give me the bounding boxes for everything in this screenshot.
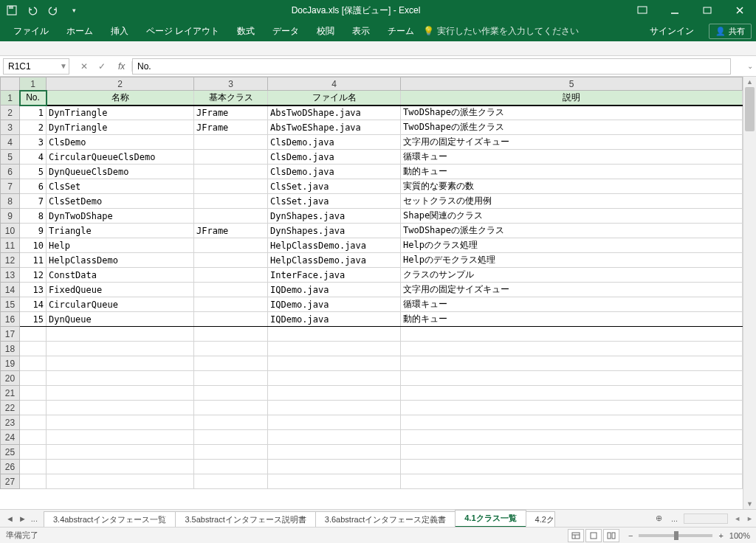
row-header[interactable]: 25 [1, 445, 20, 460]
cell[interactable]: 13 [20, 283, 47, 297]
cell[interactable] [268, 415, 401, 430]
cell[interactable] [194, 253, 268, 268]
formula-input[interactable]: No. [132, 58, 731, 75]
tab-page-layout[interactable]: ページ レイアウト [137, 21, 228, 41]
cell[interactable]: DynTriangle [47, 120, 194, 135]
sheet-tab[interactable]: 4.1クラス一覧 [455, 510, 526, 528]
cell[interactable] [194, 474, 268, 489]
cell[interactable]: Shape関連のクラス [401, 209, 743, 224]
tab-data[interactable]: データ [264, 21, 308, 41]
zoom-level[interactable]: 100% [729, 531, 750, 540]
horizontal-scrollbar[interactable] [684, 513, 728, 524]
col-header[interactable]: 2 [47, 77, 194, 91]
row-header[interactable]: 24 [1, 430, 20, 445]
tab-first-icon[interactable]: ◄ [6, 514, 14, 523]
cell[interactable] [401, 430, 743, 445]
scroll-thumb[interactable] [745, 87, 755, 131]
expand-formula-icon[interactable]: ⌄ [744, 62, 756, 70]
cell[interactable]: 7 [20, 194, 47, 209]
cell[interactable] [401, 386, 743, 401]
scroll-right-icon[interactable]: ► [743, 515, 756, 522]
cell[interactable]: 4 [20, 150, 47, 165]
cell[interactable] [194, 150, 268, 165]
cell[interactable]: Help [47, 238, 194, 253]
row-header[interactable]: 23 [1, 415, 20, 430]
cell[interactable]: 文字用の固定サイズキュー [401, 283, 743, 297]
cell[interactable]: 12 [20, 268, 47, 283]
row-header[interactable]: 14 [1, 283, 20, 297]
cell[interactable]: 14 [20, 297, 47, 312]
cell[interactable] [268, 342, 401, 356]
cell[interactable] [20, 401, 47, 415]
cell[interactable] [194, 445, 268, 460]
cell[interactable] [20, 327, 47, 342]
cell[interactable] [401, 474, 743, 489]
cell[interactable] [194, 430, 268, 445]
vertical-scrollbar[interactable]: ▲ ▼ [743, 77, 756, 509]
new-sheet-icon[interactable]: ⊕ [650, 513, 668, 523]
cell[interactable] [194, 179, 268, 194]
row-header[interactable]: 13 [1, 268, 20, 283]
cell[interactable]: ClsSet [47, 179, 194, 194]
row-header[interactable]: 2 [1, 106, 20, 120]
cell[interactable]: HelpClassDemo.java [268, 238, 401, 253]
row-header[interactable]: 7 [1, 179, 20, 194]
cell[interactable] [194, 135, 268, 150]
cell[interactable]: ClsDemo.java [268, 135, 401, 150]
row-header[interactable]: 15 [1, 297, 20, 312]
cell[interactable]: Triangle [47, 224, 194, 238]
cell[interactable]: IQDemo.java [268, 283, 401, 297]
close-icon[interactable] [724, 0, 756, 21]
zoom-in-icon[interactable]: + [718, 531, 723, 540]
cell[interactable]: IQDemo.java [268, 297, 401, 312]
col-header[interactable]: 4 [268, 77, 401, 91]
row-header[interactable]: 26 [1, 460, 20, 474]
cell[interactable]: Helpのクラス処理 [401, 238, 743, 253]
tab-team[interactable]: チーム [379, 21, 423, 41]
scroll-left-icon[interactable]: ◄ [731, 515, 743, 522]
row-header[interactable]: 11 [1, 238, 20, 253]
cell[interactable] [194, 238, 268, 253]
fx-icon[interactable]: fx [114, 61, 126, 72]
cell[interactable]: DynQueueClsDemo [47, 165, 194, 179]
tab-home[interactable]: ホーム [58, 21, 102, 41]
cell[interactable] [47, 460, 194, 474]
view-normal-icon[interactable] [568, 529, 584, 542]
row-header[interactable]: 18 [1, 342, 20, 356]
cell[interactable] [194, 327, 268, 342]
cell[interactable] [20, 430, 47, 445]
cell[interactable]: AbsTwoDShape.java [268, 106, 401, 120]
cell[interactable] [401, 342, 743, 356]
cell[interactable]: IQDemo.java [268, 312, 401, 327]
cell[interactable] [47, 445, 194, 460]
cell[interactable]: 動的キュー [401, 165, 743, 179]
maximize-icon[interactable] [691, 0, 724, 21]
scroll-up-icon[interactable]: ▲ [743, 78, 756, 86]
cell[interactable] [47, 342, 194, 356]
cell[interactable] [47, 474, 194, 489]
cell[interactable]: DynShapes.java [268, 224, 401, 238]
cell[interactable] [194, 371, 268, 386]
cell[interactable]: ClsDemo.java [268, 165, 401, 179]
cell[interactable] [268, 474, 401, 489]
cell[interactable] [268, 386, 401, 401]
col-header[interactable]: 1 [20, 77, 47, 91]
undo-icon[interactable] [27, 4, 38, 16]
minimize-icon[interactable] [659, 0, 691, 21]
row-header[interactable]: 20 [1, 371, 20, 386]
cell[interactable] [47, 415, 194, 430]
name-box[interactable]: R1C1 ▼ [3, 58, 69, 75]
cell[interactable]: ClsDemo.java [268, 150, 401, 165]
cell[interactable] [401, 460, 743, 474]
cell[interactable]: 15 [20, 312, 47, 327]
zoom-slider[interactable] [639, 534, 712, 537]
row-header[interactable]: 19 [1, 356, 20, 371]
cell[interactable]: 9 [20, 224, 47, 238]
cell[interactable]: 文字用の固定サイズキュー [401, 135, 743, 150]
cell[interactable] [401, 401, 743, 415]
cell[interactable]: TwoDShapeの派生クラス [401, 224, 743, 238]
cancel-icon[interactable]: ✕ [78, 61, 90, 72]
cell[interactable] [194, 165, 268, 179]
sheet-tab[interactable]: 4.2ク [526, 511, 555, 528]
cell[interactable] [194, 194, 268, 209]
